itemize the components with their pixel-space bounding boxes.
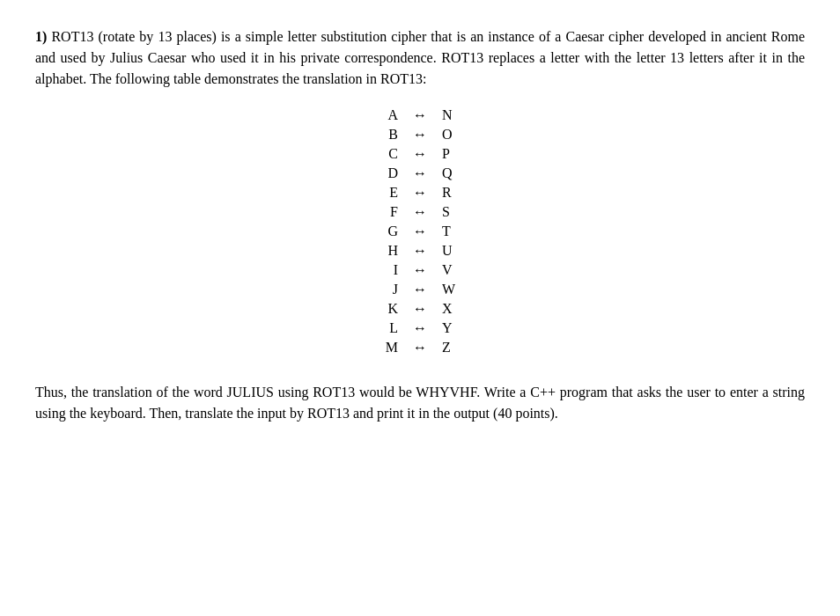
- cipher-left-letter: J: [363, 282, 398, 297]
- cipher-arrow: ↔: [398, 127, 442, 143]
- cipher-right-letter: Y: [442, 320, 477, 336]
- cipher-right-letter: S: [442, 204, 477, 220]
- cipher-right-letter: P: [442, 146, 477, 162]
- cipher-row: L↔Y: [363, 320, 477, 336]
- cipher-right-letter: Z: [442, 340, 477, 356]
- cipher-table: A↔NB↔OC↔PD↔QE↔RF↔SG↔TH↔UI↔VJ↔WK↔XL↔YM↔Z: [363, 107, 477, 356]
- cipher-arrow: ↔: [398, 301, 442, 317]
- cipher-arrow: ↔: [398, 185, 442, 201]
- cipher-right-letter: V: [442, 262, 477, 278]
- cipher-left-letter: B: [363, 127, 398, 143]
- cipher-table-container: A↔NB↔OC↔PD↔QE↔RF↔SG↔TH↔UI↔VJ↔WK↔XL↔YM↔Z: [35, 107, 805, 356]
- cipher-left-letter: L: [363, 320, 398, 336]
- cipher-arrow: ↔: [398, 224, 442, 239]
- cipher-arrow: ↔: [398, 340, 442, 356]
- cipher-arrow: ↔: [398, 165, 442, 181]
- cipher-right-letter: Q: [442, 165, 477, 181]
- intro-text: ROT13 (rotate by 13 places) is a simple …: [35, 29, 805, 86]
- cipher-left-letter: K: [363, 301, 398, 317]
- cipher-left-letter: G: [363, 224, 398, 239]
- cipher-arrow: ↔: [398, 107, 442, 123]
- cipher-right-letter: X: [442, 301, 477, 317]
- cipher-right-letter: T: [442, 224, 477, 239]
- cipher-row: F↔S: [363, 204, 477, 220]
- cipher-arrow: ↔: [398, 282, 442, 297]
- bold-number: 1): [35, 29, 47, 44]
- cipher-left-letter: M: [363, 340, 398, 356]
- intro-paragraph: 1) ROT13 (rotate by 13 places) is a simp…: [35, 26, 805, 90]
- cipher-arrow: ↔: [398, 243, 442, 259]
- cipher-row: G↔T: [363, 224, 477, 239]
- cipher-left-letter: C: [363, 146, 398, 162]
- main-content: 1) ROT13 (rotate by 13 places) is a simp…: [35, 26, 805, 424]
- cipher-right-letter: W: [442, 282, 477, 297]
- cipher-arrow: ↔: [398, 146, 442, 162]
- cipher-row: K↔X: [363, 301, 477, 317]
- cipher-arrow: ↔: [398, 262, 442, 278]
- cipher-row: A↔N: [363, 107, 477, 123]
- cipher-row: D↔Q: [363, 165, 477, 181]
- cipher-left-letter: A: [363, 107, 398, 123]
- cipher-row: H↔U: [363, 243, 477, 259]
- cipher-row: C↔P: [363, 146, 477, 162]
- cipher-arrow: ↔: [398, 320, 442, 336]
- cipher-left-letter: H: [363, 243, 398, 259]
- cipher-right-letter: U: [442, 243, 477, 259]
- cipher-row: J↔W: [363, 282, 477, 297]
- cipher-row: B↔O: [363, 127, 477, 143]
- cipher-row: M↔Z: [363, 340, 477, 356]
- cipher-row: I↔V: [363, 262, 477, 278]
- cipher-left-letter: D: [363, 165, 398, 181]
- cipher-left-letter: I: [363, 262, 398, 278]
- conclusion-paragraph: Thus, the translation of the word JULIUS…: [35, 382, 805, 424]
- cipher-right-letter: R: [442, 185, 477, 201]
- cipher-left-letter: F: [363, 204, 398, 220]
- cipher-right-letter: N: [442, 107, 477, 123]
- cipher-row: E↔R: [363, 185, 477, 201]
- conclusion-text: Thus, the translation of the word JULIUS…: [35, 385, 805, 421]
- cipher-left-letter: E: [363, 185, 398, 201]
- cipher-arrow: ↔: [398, 204, 442, 220]
- cipher-right-letter: O: [442, 127, 477, 143]
